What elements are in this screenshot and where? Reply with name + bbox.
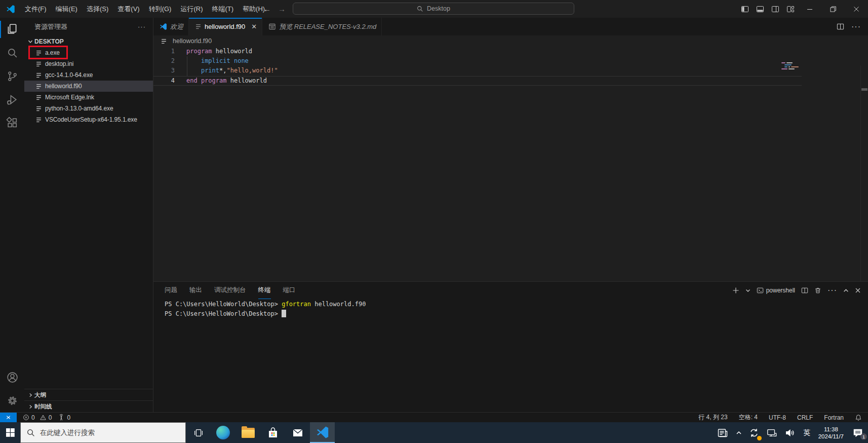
menu-item[interactable]: 选择(S) — [82, 0, 113, 18]
indent-guide — [187, 56, 187, 76]
panel-tab[interactable]: 问题 — [165, 282, 177, 299]
input-language-indicator[interactable]: 英 — [799, 428, 814, 437]
editor-tab[interactable]: 欢迎 — [153, 18, 189, 35]
activity-bar-item-search-icon[interactable] — [0, 41, 24, 64]
activity-bar-item-run-debug-icon[interactable] — [0, 88, 24, 111]
panel-more-actions-icon[interactable]: ··· — [827, 286, 837, 295]
minimize-button[interactable] — [798, 0, 821, 18]
terminal-token: helloworld.f90 — [311, 301, 366, 308]
menu-item[interactable]: 转到(G) — [144, 0, 176, 18]
news-widget-icon[interactable] — [713, 422, 732, 443]
file-icon — [35, 117, 42, 123]
start-button[interactable] — [0, 422, 20, 443]
explorer-more-actions-icon[interactable]: ··· — [138, 23, 146, 30]
file-icon — [195, 23, 202, 30]
close-button[interactable] — [845, 0, 868, 18]
file-item[interactable]: Microsoft Edge.lnk — [24, 92, 153, 103]
toggle-panel-icon[interactable] — [753, 0, 768, 18]
activity-bar-item-settings-gear-icon[interactable] — [0, 389, 24, 412]
error-count: 0 — [31, 414, 35, 421]
volume-icon[interactable] — [781, 422, 799, 443]
panel-tab[interactable]: 端口 — [283, 282, 296, 299]
terminal-dropdown-chevron-icon[interactable] — [745, 288, 751, 293]
clock[interactable]: 11:38 2024/11/7 — [814, 426, 848, 440]
customize-layout-icon[interactable] — [783, 0, 798, 18]
code-token: program — [186, 47, 212, 56]
hidden-icons-chevron-icon[interactable] — [732, 422, 745, 443]
panel-tab[interactable]: 输出 — [189, 282, 202, 299]
split-editor-icon[interactable] — [837, 23, 844, 30]
panel-tab[interactable]: 终端 — [258, 282, 271, 299]
panel-tab[interactable]: 调试控制台 — [214, 282, 246, 299]
maximize-panel-icon[interactable] — [843, 288, 849, 293]
onedrive-sync-icon[interactable] — [745, 422, 763, 443]
close-panel-icon[interactable] — [855, 287, 861, 293]
edge-browser-button[interactable] — [211, 422, 235, 443]
problems-status[interactable]: 0 0 — [23, 414, 52, 421]
editor-tab[interactable]: helloworld.f90✕ — [189, 18, 262, 35]
code-line[interactable]: 2 implicit none — [153, 56, 802, 66]
eol-sequence[interactable]: CRLF — [797, 414, 813, 421]
remote-indicator[interactable] — [0, 413, 17, 423]
new-terminal-icon[interactable] — [732, 287, 739, 294]
code-line[interactable]: 3 print*,"hello,world!" — [153, 66, 802, 76]
menu-item[interactable]: 终端(T) — [207, 0, 238, 18]
activity-bar-item-extensions-icon[interactable] — [0, 111, 24, 134]
encoding[interactable]: UTF-8 — [769, 414, 786, 421]
cursor-position[interactable]: 行 4, 列 23 — [698, 413, 727, 422]
vscode-taskbar-button[interactable] — [310, 422, 335, 443]
breadcrumb[interactable]: helloworld.f90 — [153, 35, 868, 47]
file-item[interactable]: VSCodeUserSetup-x64-1.95.1.exe — [24, 114, 153, 125]
file-icon — [35, 61, 42, 67]
action-center-button[interactable]: 1 — [848, 422, 868, 443]
nav-back-icon[interactable]: ← — [263, 5, 271, 13]
explorer-section-desktop[interactable]: DESKTOP — [24, 35, 153, 47]
restore-button[interactable] — [821, 0, 845, 18]
file-explorer-button[interactable] — [235, 422, 260, 443]
file-icon — [35, 72, 42, 79]
nav-forward-icon[interactable]: → — [278, 5, 286, 13]
code-line[interactable]: 4end program helloworld — [153, 76, 802, 86]
file-item[interactable]: desktop.ini — [24, 58, 153, 69]
kill-terminal-icon[interactable] — [814, 287, 821, 294]
file-name: gcc-14.1.0-64.exe — [45, 71, 93, 79]
terminal-toolbar: powershell ··· — [732, 282, 861, 299]
editor-more-actions-icon[interactable]: ··· — [851, 22, 861, 31]
microsoft-store-button[interactable] — [260, 422, 285, 443]
menu-item[interactable]: 查看(V) — [113, 0, 144, 18]
minimap[interactable] — [781, 62, 802, 70]
menu-item[interactable]: 文件(F) — [20, 0, 51, 18]
terminal-shell-item[interactable]: powershell — [757, 287, 795, 294]
indentation[interactable]: 空格: 4 — [739, 413, 758, 422]
activity-bar-item-source-control-icon[interactable] — [0, 64, 24, 88]
ports-status[interactable]: 0 — [58, 414, 70, 421]
taskbar-search-box[interactable]: 在此键入进行搜索 — [20, 422, 186, 443]
task-view-button[interactable] — [186, 422, 211, 443]
file-item[interactable]: a.exe — [24, 47, 153, 58]
code-editor[interactable]: 1program helloworld2 implicit none3 prin… — [153, 47, 868, 281]
network-display-icon[interactable] — [763, 422, 781, 443]
toggle-secondary-sidebar-icon[interactable] — [768, 0, 783, 18]
file-item[interactable]: helloworld.f90 — [24, 81, 153, 92]
activity-bar-item-explorer-icon[interactable] — [0, 18, 24, 41]
menu-item[interactable]: 运行(R) — [176, 0, 207, 18]
terminal-output[interactable]: PS C:\Users\HelloWorld\Desktop> gfortran… — [165, 300, 863, 412]
editor-tab[interactable]: 预览 RELEASE_NOTES-v3.2.md — [262, 18, 382, 35]
split-terminal-icon[interactable] — [801, 287, 808, 294]
account-icon — [6, 371, 19, 384]
activity-bar-item-account-icon[interactable] — [0, 365, 24, 389]
edge-icon — [216, 426, 230, 439]
toggle-sidebar-icon[interactable] — [737, 0, 753, 18]
file-item[interactable]: python-3.13.0-amd64.exe — [24, 103, 153, 114]
sidebar-section-时间线[interactable]: 时间线 — [24, 400, 153, 412]
close-tab-icon[interactable]: ✕ — [251, 23, 257, 30]
command-center-search[interactable]: Desktop — [293, 3, 574, 15]
language-mode[interactable]: Fortran — [824, 414, 844, 421]
sidebar-section-大纲[interactable]: 大纲 — [24, 389, 153, 400]
mail-button[interactable] — [285, 422, 310, 443]
file-item[interactable]: gcc-14.1.0-64.exe — [24, 69, 153, 81]
code-line[interactable]: 1program helloworld — [153, 47, 802, 56]
notifications-bell-icon[interactable] — [855, 414, 862, 421]
source-control-icon — [6, 70, 19, 83]
menu-item[interactable]: 编辑(E) — [51, 0, 82, 18]
